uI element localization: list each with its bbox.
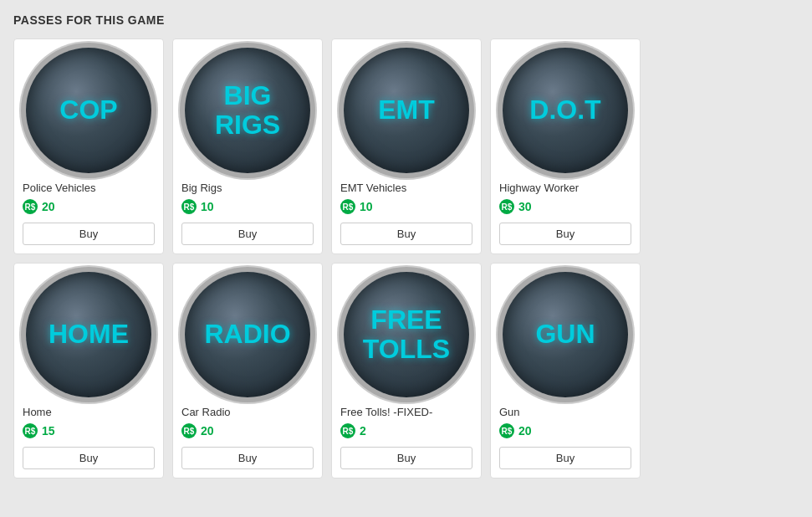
pass-card-dot: D.O.T Highway Worker R$ 30 Buy	[490, 38, 641, 254]
pass-card-radio: RADIO Car Radio R$ 20 Buy	[172, 263, 323, 479]
buy-button-emt[interactable]: Buy	[340, 223, 472, 245]
robux-icon-dot: R$	[499, 199, 514, 214]
robux-icon-home: R$	[23, 423, 38, 438]
robux-icon-big-rigs: R$	[181, 199, 197, 214]
pass-name-free-tolls: Free Tolls! -FIXED-	[340, 406, 432, 418]
pass-icon-home: HOME	[26, 272, 151, 397]
pass-name-cop: Police Vehicles	[23, 182, 95, 194]
pass-price-emt: R$ 10	[340, 199, 373, 214]
price-value-gun: 20	[518, 424, 532, 438]
pass-icon-emt: EMT	[344, 48, 469, 173]
page-title: PASSES FOR THIS GAME	[13, 13, 799, 27]
pass-name-big-rigs: Big Rigs	[181, 182, 222, 194]
robux-icon-radio: R$	[181, 423, 197, 438]
buy-button-dot[interactable]: Buy	[499, 223, 631, 245]
pass-name-dot: Highway Worker	[499, 182, 579, 194]
buy-button-home[interactable]: Buy	[23, 447, 155, 469]
price-value-free-tolls: 2	[360, 424, 366, 438]
pass-icon-text-radio: RADIO	[201, 316, 294, 352]
pass-card-big-rigs: BIG RIGS Big Rigs R$ 10 Buy	[172, 38, 323, 254]
price-value-dot: 30	[518, 200, 532, 213]
pass-icon-text-big-rigs: BIG RIGS	[185, 78, 310, 143]
pass-price-free-tolls: R$ 2	[340, 423, 366, 438]
pass-price-cop: R$ 20	[23, 199, 55, 214]
pass-icon-free-tolls: FREE TOLLS	[344, 272, 469, 397]
pass-name-gun: Gun	[499, 406, 520, 418]
pass-icon-big-rigs: BIG RIGS	[185, 48, 310, 173]
pass-icon-cop: COP	[26, 48, 151, 173]
robux-icon-cop: R$	[23, 199, 38, 214]
buy-button-big-rigs[interactable]: Buy	[181, 223, 314, 245]
pass-icon-text-dot: D.O.T	[526, 92, 604, 128]
pass-price-radio: R$ 20	[181, 423, 214, 438]
buy-button-radio[interactable]: Buy	[181, 447, 314, 469]
pass-card-home: HOME Home R$ 15 Buy	[13, 263, 164, 479]
pass-icon-text-free-tolls: FREE TOLLS	[344, 302, 469, 367]
pass-price-big-rigs: R$ 10	[181, 199, 214, 214]
buy-button-free-tolls[interactable]: Buy	[340, 447, 472, 469]
passes-grid: COP Police Vehicles R$ 20 Buy BIG RIGS B…	[13, 38, 799, 479]
price-value-radio: 20	[201, 424, 214, 438]
pass-icon-text-home: HOME	[45, 316, 132, 352]
pass-icon-text-gun: GUN	[532, 316, 598, 352]
pass-icon-gun: GUN	[503, 272, 628, 397]
pass-icon-text-cop: COP	[56, 92, 120, 128]
pass-name-radio: Car Radio	[181, 406, 231, 418]
pass-name-home: Home	[23, 406, 52, 418]
pass-price-dot: R$ 30	[499, 199, 532, 214]
pass-price-gun: R$ 20	[499, 423, 532, 438]
robux-icon-emt: R$	[340, 199, 355, 214]
price-value-cop: 20	[42, 200, 55, 213]
pass-card-gun: GUN Gun R$ 20 Buy	[490, 263, 641, 479]
robux-icon-free-tolls: R$	[340, 423, 355, 438]
price-value-home: 15	[42, 424, 55, 438]
pass-icon-dot: D.O.T	[503, 48, 628, 173]
pass-name-emt: EMT Vehicles	[340, 182, 406, 194]
buy-button-gun[interactable]: Buy	[499, 447, 631, 469]
pass-icon-text-emt: EMT	[375, 92, 438, 128]
buy-button-cop[interactable]: Buy	[23, 223, 155, 245]
price-value-emt: 10	[360, 200, 373, 213]
robux-icon-gun: R$	[499, 423, 514, 438]
pass-card-free-tolls: FREE TOLLS Free Tolls! -FIXED- R$ 2 Buy	[331, 263, 482, 479]
pass-icon-radio: RADIO	[185, 272, 310, 397]
pass-card-emt: EMT EMT Vehicles R$ 10 Buy	[331, 38, 482, 254]
pass-card-cop: COP Police Vehicles R$ 20 Buy	[13, 38, 164, 254]
price-value-big-rigs: 10	[201, 200, 214, 213]
pass-price-home: R$ 15	[23, 423, 55, 438]
